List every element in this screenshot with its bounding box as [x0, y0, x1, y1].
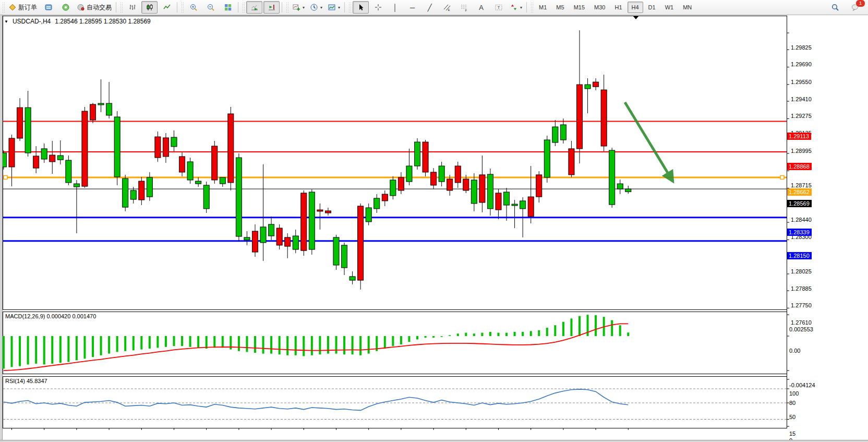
channel-icon: E	[443, 3, 451, 11]
vertical-line-button-glyph: │	[393, 4, 397, 11]
price-tick-label: 1.28025	[791, 268, 812, 274]
crosshair-button[interactable]	[370, 1, 386, 14]
price-tick-label: 1.29410	[791, 96, 812, 102]
fibo-icon: F	[460, 3, 468, 11]
candle-chart-button[interactable]	[141, 1, 158, 14]
candle	[82, 107, 88, 188]
price-tag-1.28339: 1.28339	[787, 229, 812, 236]
new-order-button[interactable]: 新订单	[6, 1, 39, 14]
toolbar-separator	[177, 2, 177, 13]
bar-chart-button[interactable]	[124, 1, 140, 14]
timeframe-h4-button[interactable]: H4	[628, 2, 643, 13]
auto-scroll-button[interactable]	[246, 1, 262, 14]
price-tick-label: 1.27750	[791, 302, 812, 308]
tile-windows-button[interactable]	[220, 1, 236, 14]
periods-button[interactable]: ▾	[308, 1, 324, 14]
price-tick-label: 1.29550	[791, 79, 812, 85]
window-bottom-edge	[0, 440, 868, 442]
notifications-button[interactable]: 1	[847, 1, 863, 14]
vertical-line-button[interactable]: │	[387, 1, 403, 14]
equidistant-channel-button[interactable]: E	[439, 1, 455, 14]
price-tag-1.28150: 1.28150	[787, 252, 812, 259]
new-order-icon	[8, 3, 17, 11]
line-chart-button[interactable]	[159, 1, 175, 14]
window-left-edge	[0, 15, 3, 442]
timeframe-m5-button[interactable]: M5	[552, 2, 568, 13]
candle	[309, 189, 315, 255]
horizontal-line-button[interactable]: ─	[404, 1, 420, 14]
timeframe-m1-button[interactable]: M1	[535, 2, 551, 13]
candle	[187, 158, 193, 184]
crosshair-icon	[374, 3, 382, 11]
toolbar-separator	[344, 2, 345, 13]
dropdown-caret-icon: ▾	[338, 5, 340, 10]
timeframe-h1-button[interactable]: H1	[610, 2, 626, 13]
cursor-button[interactable]	[353, 1, 369, 14]
candles-icon	[146, 3, 154, 11]
macd-panel-frame	[3, 312, 787, 374]
horizontal-line-button-glyph: ─	[410, 4, 415, 11]
fibonacci-button[interactable]: F	[456, 1, 472, 14]
zoom-out-icon	[207, 3, 215, 11]
news-button[interactable]	[57, 1, 74, 14]
timeframe-m15-button[interactable]: M15	[570, 2, 589, 13]
toolbar-grip	[242, 2, 245, 13]
trendline-button-glyph: ╱	[428, 4, 432, 11]
timeframe-d1-button[interactable]: D1	[644, 2, 660, 13]
candle	[301, 190, 307, 256]
macd-tick-label: -0.004124	[789, 382, 815, 388]
auto-scroll-icon	[250, 3, 259, 11]
autotrading-button[interactable]: 自动交易	[75, 1, 114, 14]
macd-indicator-label: MACD(12,26,9) 0.000420 0.001470	[5, 313, 96, 319]
timeframe-m30-button[interactable]: M30	[590, 2, 609, 13]
price-tag-1.29113: 1.29113	[787, 133, 811, 140]
market-depth-button[interactable]	[40, 1, 56, 14]
svg-text:F: F	[465, 9, 467, 12]
chart-canvas[interactable]	[0, 15, 868, 442]
toolbar-grip	[348, 2, 351, 13]
rsi-tick-label: 80	[789, 400, 795, 406]
candle	[609, 148, 615, 208]
price-tick-label: 1.29825	[791, 44, 812, 51]
main-panel-frame	[3, 16, 787, 310]
chart-shift-button[interactable]	[263, 1, 280, 14]
bar-chart-icon	[128, 3, 137, 11]
candle	[544, 136, 550, 183]
candle	[212, 141, 218, 184]
price-tick-label: 1.27610	[791, 319, 812, 326]
toolbar-grip	[181, 2, 184, 13]
new-order-button-label: 新订单	[18, 3, 37, 12]
arrows-button[interactable]: ▾	[508, 1, 524, 14]
toolbar: 新订单自动交易▾▾▾│─╱EFAT▾M1M5M15M30H1H4D1W1MN1	[0, 0, 868, 15]
search-icon	[831, 3, 839, 11]
zoom-in-button[interactable]	[185, 1, 201, 14]
timeframe-w1-button[interactable]: W1	[661, 2, 678, 13]
candle	[90, 103, 96, 123]
price-tick-label: 1.28715	[791, 182, 812, 188]
candle	[333, 235, 339, 270]
candle	[415, 138, 420, 170]
text-button[interactable]: A	[473, 1, 489, 14]
price-tick-label: 1.28440	[791, 217, 812, 223]
timeframe-mn-button[interactable]: MN	[679, 2, 696, 13]
zoom-out-button[interactable]	[202, 1, 219, 14]
label-icon: T	[495, 3, 503, 11]
toolbar-separator	[116, 2, 116, 13]
search-button[interactable]	[827, 1, 843, 14]
news-icon	[62, 3, 70, 11]
text-button-glyph: A	[479, 4, 484, 11]
chevron-down-icon[interactable]: ▼	[4, 19, 8, 24]
toolbar-grip	[120, 2, 123, 13]
candle	[236, 153, 242, 242]
toolbar-grip	[286, 2, 288, 13]
trendline-button[interactable]: ╱	[421, 1, 438, 14]
templates-button[interactable]: ▾	[326, 1, 342, 14]
candle	[114, 111, 120, 185]
zoom-in-icon	[189, 3, 198, 11]
hline-handle[interactable]	[4, 175, 7, 179]
label-button[interactable]: T	[490, 1, 507, 14]
chart-shift-icon	[268, 3, 276, 11]
rsi-tick-label: 100	[789, 390, 799, 397]
hline-handle[interactable]	[780, 175, 784, 179]
indicators-button[interactable]: ▾	[290, 1, 307, 14]
